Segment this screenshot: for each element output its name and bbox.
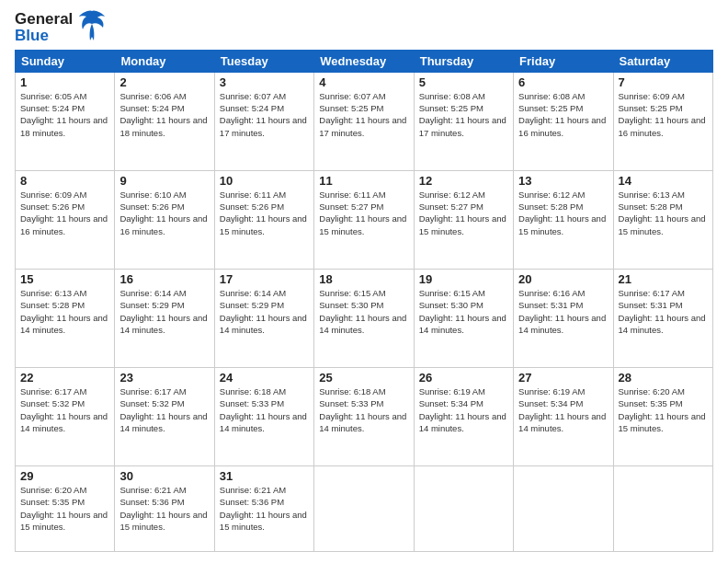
calendar-week-2: 8Sunrise: 6:09 AMSunset: 5:26 PMDaylight… (16, 170, 713, 269)
col-header-tuesday: Tuesday (214, 50, 313, 72)
day-number: 5 (419, 75, 508, 89)
day-number: 4 (319, 75, 408, 89)
col-header-wednesday: Wednesday (314, 50, 414, 72)
day-info: Sunrise: 6:13 AMSunset: 5:28 PMDaylight:… (619, 189, 708, 237)
calendar-day-4: 4Sunrise: 6:07 AMSunset: 5:25 PMDaylight… (314, 72, 414, 170)
day-number: 20 (518, 272, 608, 286)
day-info: Sunrise: 6:09 AMSunset: 5:26 PMDaylight:… (20, 189, 109, 237)
calendar-day-10: 10Sunrise: 6:11 AMSunset: 5:26 PMDayligh… (214, 170, 313, 269)
day-number: 26 (419, 371, 508, 385)
day-number: 16 (119, 272, 209, 286)
col-header-thursday: Thursday (414, 50, 513, 72)
calendar-day-27: 27Sunrise: 6:19 AMSunset: 5:34 PMDayligh… (514, 368, 613, 466)
day-number: 10 (220, 174, 309, 188)
day-info: Sunrise: 6:13 AMSunset: 5:28 PMDaylight:… (20, 287, 109, 336)
day-info: Sunrise: 6:15 AMSunset: 5:30 PMDaylight:… (419, 287, 508, 336)
day-number: 15 (20, 272, 109, 286)
day-number: 24 (220, 371, 309, 385)
calendar-day-17: 17Sunrise: 6:14 AMSunset: 5:29 PMDayligh… (214, 269, 313, 367)
calendar-day-29: 29Sunrise: 6:20 AMSunset: 5:35 PMDayligh… (16, 466, 115, 552)
calendar-week-5: 29Sunrise: 6:20 AMSunset: 5:35 PMDayligh… (16, 466, 713, 552)
col-header-friday: Friday (514, 50, 613, 72)
calendar-day-30: 30Sunrise: 6:21 AMSunset: 5:36 PMDayligh… (115, 466, 214, 552)
calendar-day-11: 11Sunrise: 6:11 AMSunset: 5:27 PMDayligh… (314, 170, 414, 269)
logo-bird-icon (77, 9, 107, 42)
day-info: Sunrise: 6:17 AMSunset: 5:32 PMDaylight:… (20, 385, 109, 434)
calendar-week-3: 15Sunrise: 6:13 AMSunset: 5:28 PMDayligh… (16, 269, 713, 367)
day-info: Sunrise: 6:19 AMSunset: 5:34 PMDaylight:… (419, 385, 508, 434)
day-info: Sunrise: 6:12 AMSunset: 5:28 PMDaylight:… (518, 189, 608, 237)
calendar-empty (414, 466, 513, 552)
day-number: 19 (419, 272, 508, 286)
calendar-day-12: 12Sunrise: 6:12 AMSunset: 5:27 PMDayligh… (414, 170, 513, 269)
calendar-header-row: SundayMondayTuesdayWednesdayThursdayFrid… (16, 50, 713, 72)
calendar-empty (613, 466, 712, 552)
day-info: Sunrise: 6:08 AMSunset: 5:25 PMDaylight:… (518, 90, 608, 139)
day-info: Sunrise: 6:14 AMSunset: 5:29 PMDaylight:… (119, 287, 209, 336)
calendar-day-18: 18Sunrise: 6:15 AMSunset: 5:30 PMDayligh… (314, 269, 414, 367)
day-info: Sunrise: 6:07 AMSunset: 5:24 PMDaylight:… (220, 90, 309, 139)
logo: General Blue (15, 11, 107, 44)
logo-general: General (15, 11, 73, 28)
calendar-day-6: 6Sunrise: 6:08 AMSunset: 5:25 PMDaylight… (514, 72, 613, 170)
calendar-day-22: 22Sunrise: 6:17 AMSunset: 5:32 PMDayligh… (16, 368, 115, 466)
calendar-day-8: 8Sunrise: 6:09 AMSunset: 5:26 PMDaylight… (16, 170, 115, 269)
day-number: 30 (119, 469, 209, 483)
day-number: 1 (20, 75, 109, 89)
day-info: Sunrise: 6:15 AMSunset: 5:30 PMDaylight:… (319, 287, 408, 336)
calendar-day-1: 1Sunrise: 6:05 AMSunset: 5:24 PMDaylight… (16, 72, 115, 170)
day-info: Sunrise: 6:18 AMSunset: 5:33 PMDaylight:… (319, 385, 408, 434)
day-info: Sunrise: 6:08 AMSunset: 5:25 PMDaylight:… (419, 90, 508, 139)
calendar-day-20: 20Sunrise: 6:16 AMSunset: 5:31 PMDayligh… (514, 269, 613, 367)
day-info: Sunrise: 6:09 AMSunset: 5:25 PMDaylight:… (619, 90, 708, 139)
day-number: 8 (20, 174, 109, 188)
day-number: 2 (119, 75, 209, 89)
calendar-day-9: 9Sunrise: 6:10 AMSunset: 5:26 PMDaylight… (115, 170, 214, 269)
calendar-day-19: 19Sunrise: 6:15 AMSunset: 5:30 PMDayligh… (414, 269, 513, 367)
day-info: Sunrise: 6:16 AMSunset: 5:31 PMDaylight:… (518, 287, 608, 336)
calendar-day-31: 31Sunrise: 6:21 AMSunset: 5:36 PMDayligh… (214, 466, 313, 552)
day-number: 22 (20, 371, 109, 385)
day-number: 9 (119, 174, 209, 188)
day-number: 14 (619, 174, 708, 188)
day-number: 13 (518, 174, 608, 188)
calendar-day-13: 13Sunrise: 6:12 AMSunset: 5:28 PMDayligh… (514, 170, 613, 269)
day-info: Sunrise: 6:11 AMSunset: 5:27 PMDaylight:… (319, 189, 408, 237)
calendar-day-25: 25Sunrise: 6:18 AMSunset: 5:33 PMDayligh… (314, 368, 414, 466)
day-info: Sunrise: 6:21 AMSunset: 5:36 PMDaylight:… (119, 484, 209, 533)
day-info: Sunrise: 6:18 AMSunset: 5:33 PMDaylight:… (220, 385, 309, 434)
calendar-table: SundayMondayTuesdayWednesdayThursdayFrid… (15, 50, 713, 552)
col-header-saturday: Saturday (613, 50, 712, 72)
day-info: Sunrise: 6:10 AMSunset: 5:26 PMDaylight:… (119, 189, 209, 237)
day-number: 23 (119, 371, 209, 385)
calendar-day-28: 28Sunrise: 6:20 AMSunset: 5:35 PMDayligh… (613, 368, 712, 466)
calendar-day-21: 21Sunrise: 6:17 AMSunset: 5:31 PMDayligh… (613, 269, 712, 367)
day-info: Sunrise: 6:11 AMSunset: 5:26 PMDaylight:… (220, 189, 309, 237)
calendar-day-2: 2Sunrise: 6:06 AMSunset: 5:24 PMDaylight… (115, 72, 214, 170)
col-header-sunday: Sunday (16, 50, 115, 72)
day-number: 11 (319, 174, 408, 188)
calendar-day-3: 3Sunrise: 6:07 AMSunset: 5:24 PMDaylight… (214, 72, 313, 170)
day-info: Sunrise: 6:14 AMSunset: 5:29 PMDaylight:… (220, 287, 309, 336)
page: General Blue SundayMondayTuesdayWednesda… (0, 0, 728, 563)
logo-blue: Blue (15, 28, 73, 44)
calendar-day-16: 16Sunrise: 6:14 AMSunset: 5:29 PMDayligh… (115, 269, 214, 367)
day-number: 17 (220, 272, 309, 286)
calendar-day-5: 5Sunrise: 6:08 AMSunset: 5:25 PMDaylight… (414, 72, 513, 170)
day-number: 21 (619, 272, 708, 286)
day-info: Sunrise: 6:17 AMSunset: 5:32 PMDaylight:… (119, 385, 209, 434)
day-info: Sunrise: 6:06 AMSunset: 5:24 PMDaylight:… (119, 90, 209, 139)
day-info: Sunrise: 6:20 AMSunset: 5:35 PMDaylight:… (20, 484, 109, 533)
header: General Blue (15, 11, 713, 44)
day-info: Sunrise: 6:21 AMSunset: 5:36 PMDaylight:… (220, 484, 309, 533)
calendar-empty (314, 466, 414, 552)
day-info: Sunrise: 6:12 AMSunset: 5:27 PMDaylight:… (419, 189, 508, 237)
day-number: 12 (419, 174, 508, 188)
calendar-day-15: 15Sunrise: 6:13 AMSunset: 5:28 PMDayligh… (16, 269, 115, 367)
day-number: 7 (619, 75, 708, 89)
col-header-monday: Monday (115, 50, 214, 72)
calendar-week-4: 22Sunrise: 6:17 AMSunset: 5:32 PMDayligh… (16, 368, 713, 466)
day-number: 27 (518, 371, 608, 385)
calendar-day-7: 7Sunrise: 6:09 AMSunset: 5:25 PMDaylight… (613, 72, 712, 170)
day-number: 25 (319, 371, 408, 385)
